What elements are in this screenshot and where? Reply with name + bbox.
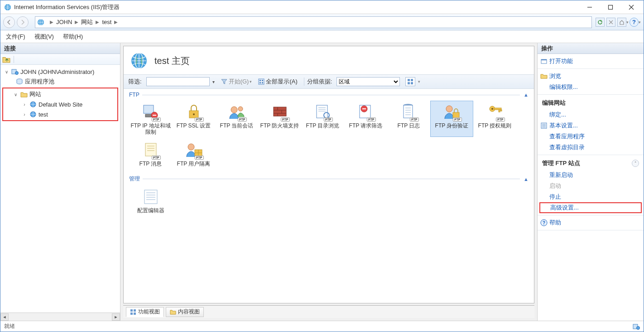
action-view-apps[interactable]: 查看应用程序 — [538, 131, 644, 142]
chevron-right-icon: ▶ — [50, 20, 53, 24]
feature-item[interactable]: FTPFTP 身份验证 — [430, 101, 473, 137]
feature-item[interactable]: FTPFTP 用户隔离 — [172, 139, 215, 169]
nav-back-button[interactable] — [3, 16, 15, 28]
show-all-button[interactable]: 全部显示(A) — [258, 78, 297, 86]
tree-node-app-pools[interactable]: 应用程序池 — [0, 77, 120, 87]
tab-content-view[interactable]: 内容视图 — [166, 307, 204, 317]
breadcrumb-item[interactable]: JOHN — [56, 19, 72, 25]
feature-item[interactable]: FTPFTP 请求筛选 — [344, 101, 387, 137]
folder-up-icon[interactable] — [2, 55, 10, 63]
svg-rect-16 — [259, 79, 264, 84]
action-basic-settings[interactable]: 基本设置... — [538, 120, 644, 131]
feature-item[interactable]: FTPFTP IP 地址和域限制 — [129, 101, 172, 137]
help-icon[interactable]: ? — [630, 18, 639, 27]
stop-icon[interactable] — [606, 18, 615, 27]
feature-item[interactable]: FTPFTP 防火墙支持 — [258, 101, 301, 137]
page-title: test 主页 — [154, 55, 190, 67]
close-button[interactable] — [621, 1, 642, 14]
collapse-icon[interactable]: ˆ — [632, 160, 639, 167]
tree-node-sites[interactable]: ∨ 网站 — [3, 89, 117, 99]
feature-label: FTP 用户隔离 — [173, 161, 214, 167]
horizontal-scrollbar[interactable]: ◄ ► — [0, 312, 120, 321]
group-by-select[interactable]: 区域 — [336, 77, 400, 86]
settings-icon — [540, 122, 548, 129]
feature-item[interactable]: FTPFTP 日志 — [387, 101, 430, 137]
feature-item[interactable]: FTPFTP 消息 — [129, 139, 172, 169]
connections-tree: ∨ JOHN (JOHN\Administrator) 应用程序池 ∨ — [0, 65, 120, 312]
feature-item[interactable]: FTPFTP 授权规则 — [473, 101, 516, 137]
action-label: 帮助 — [549, 219, 561, 227]
scroll-left-icon[interactable]: ◄ — [0, 313, 9, 321]
menu-bar: 文件(F) 视图(V) 帮助(H) — [0, 30, 644, 43]
menu-file[interactable]: 文件(F) — [6, 33, 25, 41]
action-explore[interactable]: 浏览 — [538, 71, 644, 82]
refresh-icon[interactable] — [596, 18, 605, 27]
action-open-feature[interactable]: 打开功能 — [538, 56, 644, 67]
feature-item[interactable]: FTPFTP 当前会话 — [215, 101, 258, 137]
window-title: Internet Information Services (IIS)管理器 — [14, 3, 579, 11]
action-section-header-ftp: 管理 FTP 站点 ˆ — [538, 157, 644, 170]
home-icon[interactable] — [617, 18, 626, 27]
feature-item[interactable]: FTPFTP 目录浏览 — [301, 101, 344, 137]
collapse-icon[interactable]: ▲ — [524, 176, 529, 182]
breadcrumb-item[interactable]: test — [102, 19, 111, 25]
view-mode-button[interactable] — [405, 77, 415, 86]
ftp-badge: FTP — [238, 117, 246, 122]
feature-label: FTP IP 地址和域限制 — [130, 122, 171, 135]
action-view-vdirs[interactable]: 查看虚拟目录 — [538, 142, 644, 153]
svg-rect-22 — [411, 79, 413, 81]
action-edit-permissions[interactable]: 编辑权限... — [538, 82, 644, 93]
action-stop[interactable]: 停止 — [538, 191, 644, 202]
expand-icon[interactable]: › — [21, 112, 28, 117]
svg-point-86 — [637, 326, 640, 329]
ftp-badge: FTP — [367, 117, 375, 122]
action-section-header: 编辑网站 — [538, 97, 644, 109]
show-all-icon — [258, 78, 264, 85]
collapse-icon[interactable]: ∨ — [3, 69, 10, 74]
breadcrumb[interactable]: ▶ JOHN ▶ 网站 ▶ test ▶ — [35, 16, 592, 28]
menu-help[interactable]: 帮助(H) — [63, 33, 83, 41]
feature-item[interactable]: 配置编辑器 — [129, 186, 172, 215]
filter-bar: 筛选: ▾ 开始(G) ▾ 全部显示(A) — [124, 74, 534, 89]
expand-icon[interactable]: › — [21, 102, 28, 107]
breadcrumb-item[interactable]: 网站 — [81, 18, 93, 26]
app-icon — [4, 4, 11, 11]
body-area: 连接 ∨ JOHN (JOHN\Administrator) — [0, 43, 644, 321]
feature-item[interactable]: FTPFTP SSL 设置 — [172, 101, 215, 137]
maximize-button[interactable] — [600, 1, 621, 14]
nav-forward-button[interactable] — [17, 16, 29, 28]
menu-view[interactable]: 视图(V) — [34, 33, 54, 41]
action-help[interactable]: ? 帮助 — [538, 217, 644, 228]
minimize-button[interactable] — [579, 1, 600, 14]
scroll-right-icon[interactable]: ► — [112, 313, 120, 321]
iis-status-icon — [633, 323, 640, 330]
action-label: 查看应用程序 — [549, 132, 585, 141]
tab-features-view[interactable]: 功能视图 — [126, 307, 164, 317]
collapse-icon[interactable]: ▲ — [524, 92, 529, 98]
feature-label: FTP 日志 — [388, 122, 429, 129]
tree-node-server[interactable]: ∨ JOHN (JOHN\Administrator) — [0, 67, 120, 77]
action-label: 启动 — [549, 182, 561, 190]
action-bindings[interactable]: 绑定... — [538, 109, 644, 120]
svg-rect-57 — [499, 110, 500, 112]
svg-rect-21 — [408, 79, 410, 81]
tree-node-default-site[interactable]: › Default Web Site — [3, 99, 117, 109]
action-restart[interactable]: 重新启动 — [538, 170, 644, 181]
filter-input[interactable] — [146, 77, 210, 86]
action-advanced-settings[interactable]: 高级设置... — [539, 202, 642, 213]
center-panel: test 主页 筛选: ▾ 开始(G) ▾ — [120, 43, 538, 321]
filter-go-button[interactable]: 开始(G) ▾ — [221, 78, 252, 86]
svg-rect-56 — [494, 108, 501, 110]
chevron-down-icon[interactable]: ▾ — [212, 79, 215, 84]
feature-label: 配置编辑器 — [130, 207, 171, 214]
action-label: 绑定... — [549, 111, 566, 119]
action-start[interactable]: 启动 — [538, 181, 644, 191]
feature-list-area: FTP ▲ FTPFTP IP 地址和域限制FTPFTP SSL 设置FTPFT… — [124, 89, 534, 303]
globe-icon — [29, 101, 37, 108]
svg-rect-75 — [130, 312, 133, 315]
collapse-icon[interactable]: ∨ — [12, 92, 19, 97]
highlight-box-tree: ∨ 网站 › Default Web Site › — [2, 88, 118, 121]
tree-node-test-site[interactable]: › test — [3, 109, 117, 119]
svg-rect-74 — [134, 309, 136, 312]
folder-icon — [20, 91, 28, 98]
